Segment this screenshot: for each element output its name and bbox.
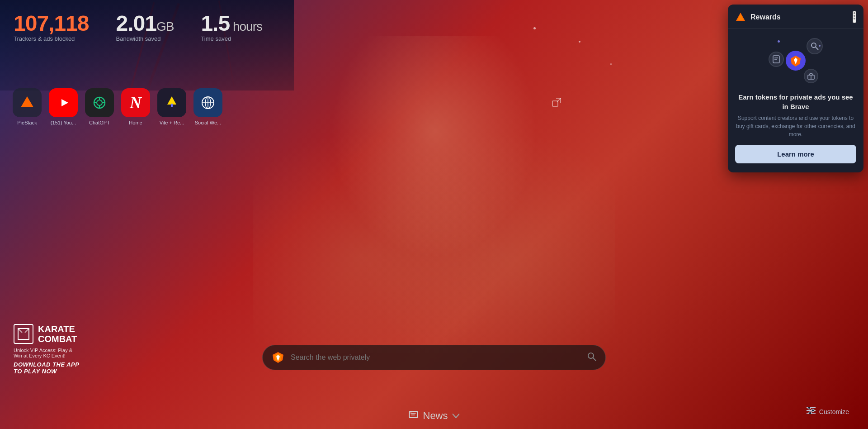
svg-line-15 bbox=[557, 98, 561, 102]
stat-trackers: 107,118 Trackers & ads blocked bbox=[14, 13, 89, 42]
shortcut-vite[interactable]: Vite + Re... bbox=[157, 88, 186, 125]
karate-cta: DOWNLOAD THE APPTO PLAY NOW bbox=[14, 361, 79, 375]
stats-bar: 107,118 Trackers & ads blocked 2.01GB Ba… bbox=[14, 13, 262, 42]
rewards-illustration bbox=[728, 29, 863, 88]
rewards-earn-title: Earn tokens for private ads you see in B… bbox=[728, 88, 863, 114]
search-container bbox=[262, 345, 606, 370]
svg-rect-9 bbox=[171, 104, 173, 107]
karate-logo-box bbox=[14, 324, 33, 344]
svg-point-32 bbox=[809, 412, 811, 414]
shortcut-social-label: Social We... bbox=[195, 120, 222, 125]
search-glass-icon bbox=[587, 352, 596, 363]
karate-logo-row: KARATECOMBAT bbox=[14, 324, 79, 344]
svg-line-18 bbox=[25, 329, 29, 333]
brave-search-icon bbox=[272, 351, 284, 364]
trackers-count: 107,118 bbox=[14, 13, 89, 34]
svg-rect-26 bbox=[409, 411, 411, 414]
shortcut-piestack-icon bbox=[13, 88, 42, 117]
svg-point-21 bbox=[588, 353, 594, 358]
external-link-icon[interactable] bbox=[552, 97, 561, 110]
sparkle-1 bbox=[579, 41, 580, 43]
shortcut-home-label: Home bbox=[129, 120, 142, 125]
sparkle-cluster-2 bbox=[819, 45, 821, 47]
customize-icon bbox=[807, 407, 816, 416]
rewards-description: Support content creators and use your to… bbox=[728, 114, 863, 145]
stat-bandwidth: 2.01GB Bandwidth saved bbox=[116, 13, 174, 42]
bandwidth-label: Bandwidth saved bbox=[116, 35, 174, 42]
shortcut-piestack-label: PieStack bbox=[17, 120, 37, 125]
learn-more-button[interactable]: Learn more bbox=[735, 145, 856, 163]
brave-rewards-icon bbox=[735, 12, 746, 23]
shortcut-vite-label: Vite + Re... bbox=[160, 120, 184, 125]
time-value: 1.5 hours bbox=[201, 13, 262, 34]
karate-subtitle: Unlock VIP Access: Play &Win at Every KC… bbox=[14, 348, 79, 358]
svg-line-22 bbox=[593, 358, 596, 361]
news-icon bbox=[408, 410, 418, 422]
shortcut-home-icon: N bbox=[121, 88, 150, 117]
svg-marker-8 bbox=[167, 96, 176, 105]
customize-label: Customize bbox=[819, 408, 849, 415]
stat-time: 1.5 hours Time saved bbox=[201, 13, 262, 42]
svg-marker-0 bbox=[21, 96, 33, 107]
shortcut-home[interactable]: N Home bbox=[121, 88, 150, 125]
news-label: News bbox=[423, 410, 448, 422]
rewards-panel: Rewards bbox=[728, 5, 863, 172]
shortcut-social[interactable]: Social We... bbox=[193, 88, 222, 125]
shortcut-youtube-label: (151) You... bbox=[51, 120, 76, 125]
bandwidth-value: 2.01GB bbox=[116, 13, 174, 34]
customize-button[interactable]: Customize bbox=[801, 403, 854, 420]
shortcut-chatgpt-icon bbox=[85, 88, 114, 117]
rewards-header: Rewards bbox=[728, 5, 863, 29]
karate-brand[interactable]: KARATECOMBAT Unlock VIP Access: Play &Wi… bbox=[14, 324, 79, 375]
cluster-document-icon bbox=[769, 52, 784, 67]
svg-point-31 bbox=[811, 409, 814, 412]
shortcut-piestack[interactable]: PieStack bbox=[13, 88, 42, 125]
cluster-brave-icon bbox=[786, 51, 806, 71]
shortcut-vite-icon bbox=[157, 88, 186, 117]
svg-line-17 bbox=[18, 329, 22, 333]
svg-point-36 bbox=[854, 15, 855, 17]
sparkle-2 bbox=[610, 63, 612, 65]
news-bar[interactable]: News bbox=[399, 402, 468, 429]
shortcut-social-icon bbox=[193, 88, 222, 117]
shortcut-chatgpt[interactable]: ChatGPT bbox=[85, 88, 114, 125]
trackers-label: Trackers & ads blocked bbox=[14, 35, 89, 42]
sparkle-cluster-1 bbox=[778, 40, 780, 43]
svg-marker-1 bbox=[61, 99, 68, 106]
rewards-menu-button[interactable] bbox=[853, 11, 856, 23]
shortcut-youtube-icon bbox=[49, 88, 78, 117]
svg-point-37 bbox=[854, 18, 855, 19]
svg-point-30 bbox=[808, 407, 811, 409]
shortcuts-row: PieStack (151) You... ChatGPT N Home bbox=[13, 88, 222, 125]
shortcut-chatgpt-label: ChatGPT bbox=[89, 120, 110, 125]
svg-line-40 bbox=[816, 47, 818, 50]
time-label: Time saved bbox=[201, 35, 262, 42]
shortcut-youtube[interactable]: (151) You... bbox=[49, 88, 78, 125]
cluster-gift-icon bbox=[804, 69, 818, 83]
rewards-icons-cluster bbox=[769, 38, 823, 83]
search-input[interactable] bbox=[291, 353, 581, 362]
search-bar[interactable] bbox=[262, 345, 606, 370]
karate-logo-text: KARATECOMBAT bbox=[38, 324, 77, 344]
svg-point-39 bbox=[811, 43, 816, 48]
svg-point-35 bbox=[854, 12, 855, 14]
news-chevron-icon bbox=[453, 412, 460, 420]
rewards-title: Rewards bbox=[750, 13, 781, 21]
sparkle-3 bbox=[533, 27, 536, 29]
svg-rect-41 bbox=[773, 56, 779, 63]
svg-point-3 bbox=[97, 100, 102, 105]
rewards-title-group: Rewards bbox=[735, 12, 781, 23]
